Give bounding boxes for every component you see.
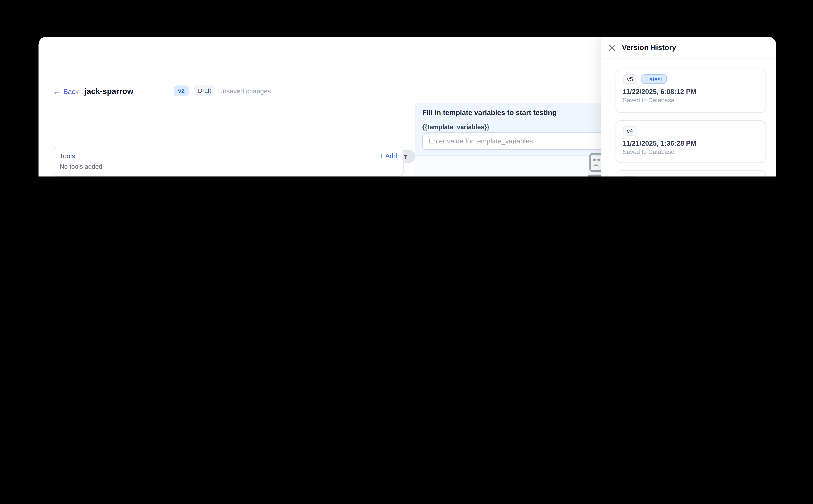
page-title: jack-sparrow xyxy=(84,87,133,96)
version-badge: v2 xyxy=(174,85,189,96)
version-history-header: Version History xyxy=(601,37,776,59)
banner-title: Fill in template variables to start test… xyxy=(422,109,557,117)
editor-column: ← Back jack-sparrow v2 Draft Unsaved cha… xyxy=(39,37,416,176)
version-card-v4[interactable]: v4 11/21/2025, 1:36:28 PM Saved to Datab… xyxy=(615,120,766,163)
tools-empty-text: No tools added xyxy=(60,163,397,170)
version-history-title: Version History xyxy=(622,43,676,52)
version-card-v3[interactable]: v3 11/21/2025, 1:33:56 PM Saved to Datab… xyxy=(615,170,766,176)
add-tool-button[interactable]: + Add xyxy=(379,152,397,160)
version-number-badge: v3 xyxy=(623,176,637,176)
version-history-panel: Version History v5 Latest 11/22/2025, 6:… xyxy=(601,37,776,176)
unsaved-changes-text: Unsaved changes xyxy=(218,88,271,95)
version-number-badge: v4 xyxy=(623,126,637,136)
template-variable-label: {{template_variables}} xyxy=(422,124,489,131)
back-label: Back xyxy=(63,88,79,95)
version-saved-status: Saved to Database xyxy=(623,97,758,103)
close-panel-button[interactable] xyxy=(606,42,617,53)
version-number-badge: v5 xyxy=(623,74,637,84)
version-saved-status: Saved to Database xyxy=(623,149,758,155)
add-tool-label: Add xyxy=(385,152,397,160)
back-arrow-icon: ← xyxy=(53,88,60,95)
close-icon xyxy=(608,44,615,51)
draft-status-badge: Draft xyxy=(194,85,216,96)
latest-badge: Latest xyxy=(642,74,667,84)
tools-title: Tools xyxy=(60,152,75,160)
version-list: v5 Latest 11/22/2025, 6:08:12 PM Saved t… xyxy=(615,68,766,176)
version-date: 11/21/2025, 1:36:28 PM xyxy=(623,139,758,147)
app-window: ← Back jack-sparrow v2 Draft Unsaved cha… xyxy=(39,37,776,176)
back-button[interactable]: ← Back xyxy=(53,88,79,95)
version-card-v5[interactable]: v5 Latest 11/22/2025, 6:08:12 PM Saved t… xyxy=(615,68,766,113)
plus-icon: + xyxy=(379,153,383,159)
version-date: 11/22/2025, 6:08:12 PM xyxy=(623,88,758,95)
tools-card: Tools + Add No tools added xyxy=(53,147,404,176)
desktop-background: ← Back jack-sparrow v2 Draft Unsaved cha… xyxy=(0,0,813,176)
